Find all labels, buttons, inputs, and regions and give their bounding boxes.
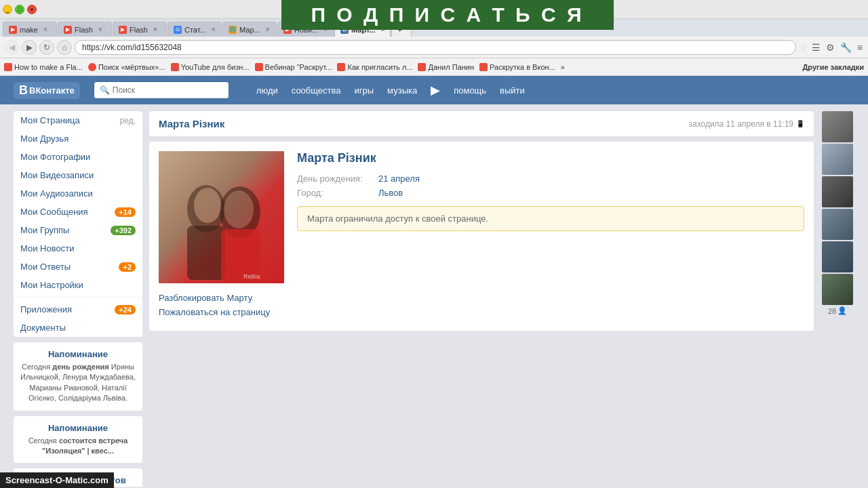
tab-stat[interactable]: G Стат... ×: [167, 22, 222, 37]
bookmark-star[interactable]: ☆: [799, 42, 808, 53]
reload-button[interactable]: ↻: [39, 40, 54, 55]
sidebar-label: Мои Сообщения: [20, 207, 88, 217]
vk-logo[interactable]: В ВКонтакте: [14, 82, 80, 99]
search-input[interactable]: [113, 85, 223, 95]
url-bar[interactable]: https://vk.com/id155632048: [75, 40, 796, 55]
thumb-2[interactable]: [822, 144, 853, 175]
profile-body: ReBia Разблокировать Марту Пожаловаться …: [149, 142, 814, 331]
nav-more-icon[interactable]: ▶: [431, 83, 440, 98]
tab-make[interactable]: ▶ make ×: [3, 22, 57, 37]
svg-rect-4: [187, 226, 225, 280]
nav-people[interactable]: люди: [256, 85, 278, 96]
right-sidebar: 28 👤: [821, 111, 854, 480]
tab-label: Стат...: [184, 26, 206, 34]
sidebar-item-settings[interactable]: Мои Настройки: [14, 276, 142, 294]
sidebar-item-news[interactable]: Мои Новости: [14, 239, 142, 258]
globe-icon: 🌐: [229, 26, 237, 34]
youtube-bookmark-icon: [418, 63, 426, 71]
profile-name: Марта Різник: [297, 151, 804, 165]
url-text: https://vk.com/id155632048: [82, 43, 182, 52]
main-content: Марта Рiзник заходила 11 апреля в 11:19 …: [149, 111, 814, 480]
sidebar-label: Документы: [20, 323, 66, 333]
tab-close[interactable]: ×: [43, 26, 47, 33]
bookmark-panin[interactable]: Данил Панин: [418, 63, 474, 71]
sidebar-item-friends[interactable]: Мои Друзья: [14, 129, 142, 148]
thumb-5[interactable]: [822, 241, 853, 272]
thumb-1[interactable]: [822, 111, 853, 142]
subscribe-banner: П О Д П И С А Т Ь С Я: [281, 0, 614, 30]
report-link[interactable]: Пожаловаться на страницу: [159, 307, 288, 317]
youtube-bookmark-icon: [255, 63, 263, 71]
minimize-button[interactable]: _: [3, 5, 12, 14]
bookmark-folder-label: Другие закладки: [803, 63, 864, 71]
tab-mar[interactable]: 🌐 Мар... ×: [222, 22, 277, 37]
profile-lastseen: заходила 11 апреля в 11:19 📱: [688, 119, 804, 129]
sidebar-label: Приложения: [20, 304, 72, 314]
bookmark-more[interactable]: »: [561, 63, 565, 71]
sidebar-my-page[interactable]: Моя Страница ред.: [14, 111, 142, 129]
sidebar-item-messages[interactable]: Мои Сообщения +14: [14, 203, 142, 221]
sidebar-item-videos[interactable]: Мои Видеозаписи: [14, 166, 142, 184]
thumb-6[interactable]: [822, 274, 853, 305]
bookmark-webinar[interactable]: Вебинар "Раскрут...: [255, 63, 332, 71]
watermark-text: Screencast-O-Matic.com: [5, 475, 108, 485]
sidebar-item-audio[interactable]: Мои Аудиозаписи: [14, 184, 142, 203]
tab-close[interactable]: ×: [212, 26, 216, 33]
tab-flash1[interactable]: ▶ Flash ×: [58, 22, 112, 37]
bookmark-vk-promo[interactable]: Раскрутка в Вкон...: [479, 63, 555, 71]
city-value: Львов: [378, 188, 403, 198]
sidebar-menu: Моя Страница ред. Мои Друзья Мои Фотогра…: [14, 111, 142, 337]
thumb-4[interactable]: [822, 209, 853, 240]
nav-communities[interactable]: сообщества: [292, 85, 341, 96]
back-button[interactable]: ◀: [4, 40, 19, 55]
home-button[interactable]: ⌂: [57, 40, 72, 55]
vk-page: В ВКонтакте 🔍 люди сообщества игры музык…: [0, 76, 868, 487]
vk-header: В ВКонтакте 🔍 люди сообщества игры музык…: [0, 76, 868, 104]
sidebar-item-groups[interactable]: Мои Группы +392: [14, 221, 142, 239]
tab-flash2[interactable]: ▶ Flash ×: [113, 22, 167, 37]
nav-games[interactable]: игры: [355, 85, 374, 96]
count-number: 28: [828, 307, 836, 315]
bookmark-yt-biz[interactable]: YouTube для бизн...: [171, 63, 250, 71]
sidebar-item-photos[interactable]: Мои Фотографии: [14, 148, 142, 166]
sidebar-item-apps[interactable]: Приложения +24: [14, 300, 142, 319]
city-label: Город:: [297, 188, 378, 198]
unblock-link[interactable]: Разблокировать Марту: [159, 293, 288, 303]
thumb-3[interactable]: [822, 176, 853, 207]
more-icon[interactable]: ≡: [856, 41, 864, 54]
profile-header: Марта Рiзник заходила 11 апреля в 11:19 …: [149, 111, 814, 136]
nav-logout[interactable]: выйти: [500, 85, 525, 96]
restricted-message: Марта ограничила доступ к своей странице…: [297, 206, 804, 231]
nav-help[interactable]: помощь: [454, 85, 486, 96]
bookmark-how-to[interactable]: How to make a Fla...: [4, 63, 83, 71]
forward-button[interactable]: ▶: [22, 40, 37, 55]
tab-close[interactable]: ×: [266, 26, 270, 33]
messages-badge: +14: [115, 207, 136, 217]
thumb-count[interactable]: 28 👤: [828, 306, 847, 315]
bookmark-label: Вебинар "Раскрут...: [265, 63, 332, 71]
wrench-icon[interactable]: 🔧: [839, 41, 853, 54]
answers-badge: +2: [119, 262, 136, 272]
sidebar-item-answers[interactable]: Мои Ответы +2: [14, 258, 142, 276]
nav-music[interactable]: музыка: [387, 85, 417, 96]
tab-close[interactable]: ×: [153, 26, 157, 33]
people-icon: 👤: [837, 306, 847, 315]
bookmark-folder[interactable]: Другие закладки: [803, 63, 864, 71]
youtube-bookmark-icon: [337, 63, 345, 71]
bookmarks-bar: How to make a Fla... Поиск «мёртвых»... …: [0, 58, 868, 76]
sidebar-label: Мои Аудиозаписи: [20, 188, 93, 199]
tab-close[interactable]: ×: [98, 26, 102, 33]
left-sidebar: Моя Страница ред. Мои Друзья Мои Фотогра…: [14, 111, 142, 480]
maximize-button[interactable]: □: [15, 5, 24, 14]
settings-icon[interactable]: ⚙: [825, 41, 836, 54]
svg-point-6: [194, 188, 221, 223]
vk-search-box[interactable]: 🔍: [94, 81, 229, 99]
bookmark-invite[interactable]: Как пригласить л...: [337, 63, 412, 71]
bookmark-search[interactable]: Поиск «мёртвых»...: [88, 63, 165, 71]
profile-photo-svg: ReBia: [159, 151, 284, 283]
sidebar-item-docs[interactable]: Документы: [14, 319, 142, 337]
apps-badge: +24: [115, 305, 136, 314]
chrome-menu[interactable]: ☰: [810, 41, 822, 54]
edit-link[interactable]: ред.: [120, 116, 136, 125]
close-button[interactable]: ×: [27, 5, 37, 14]
